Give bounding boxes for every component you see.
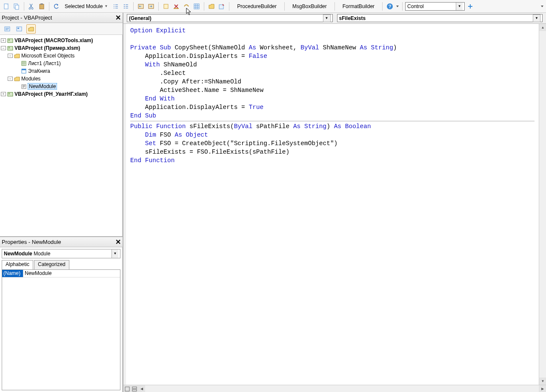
code-area: (General) ▼ sFileExists ▼ Option Explici… bbox=[123, 13, 546, 392]
grid-icon[interactable] bbox=[192, 2, 201, 11]
left-column: Project - VBAProject ✕ + VBAProject (MAC… bbox=[0, 13, 123, 392]
list-num-icon[interactable] bbox=[111, 2, 120, 11]
collapse-icon[interactable]: − bbox=[8, 54, 13, 58]
export-icon[interactable] bbox=[217, 2, 226, 11]
svg-rect-14 bbox=[194, 4, 199, 9]
tree-workbook[interactable]: ЭтаКнига bbox=[1, 67, 121, 75]
property-row[interactable]: (Name) NewModule bbox=[2, 270, 120, 278]
help-icon[interactable]: ? bbox=[385, 2, 394, 11]
scroll-left-icon[interactable]: ◀ bbox=[138, 385, 145, 392]
copy-icon[interactable] bbox=[12, 2, 21, 11]
properties-panel: Properties - NewModule ✕ NewModule Modul… bbox=[0, 236, 123, 392]
property-value[interactable]: NewModule bbox=[23, 270, 120, 277]
module-icon bbox=[20, 83, 27, 89]
paste-icon[interactable] bbox=[37, 2, 46, 11]
add-icon[interactable] bbox=[466, 2, 475, 11]
separator bbox=[284, 2, 285, 11]
svg-rect-5 bbox=[40, 4, 44, 9]
expand-icon[interactable]: + bbox=[1, 92, 6, 96]
property-name: (Name) bbox=[2, 270, 23, 277]
tree-folder-modules[interactable]: − Modules bbox=[1, 75, 121, 83]
code-editor[interactable]: Option Explicit Private Sub CopySheet(Sh… bbox=[123, 24, 546, 392]
svg-text:?: ? bbox=[389, 4, 392, 9]
svg-rect-6 bbox=[40, 3, 43, 5]
view-code-icon[interactable] bbox=[3, 24, 12, 34]
close-icon[interactable]: ✕ bbox=[113, 13, 123, 23]
separator bbox=[158, 2, 159, 11]
expand-icon[interactable]: + bbox=[1, 38, 6, 43]
msgbox-builder-button[interactable]: MsgBoxBuilder bbox=[287, 1, 332, 12]
svg-point-8 bbox=[124, 6, 125, 7]
list-bullet-icon[interactable] bbox=[121, 2, 131, 11]
svg-rect-22 bbox=[8, 46, 13, 50]
object-combo[interactable]: (General) ▼ bbox=[127, 14, 333, 22]
toggle-folders-icon[interactable] bbox=[26, 24, 36, 34]
bookmark-icon[interactable] bbox=[161, 2, 171, 11]
tree-folder-objects[interactable]: − Microsoft Excel Objects bbox=[1, 52, 121, 60]
tool-arrow-icon[interactable] bbox=[182, 2, 191, 11]
scope-dropdown[interactable]: Selected Module ▼ bbox=[62, 2, 110, 11]
svg-rect-21 bbox=[8, 39, 13, 43]
control-combo[interactable]: Control ▼ bbox=[405, 2, 465, 11]
tab-alphabetic[interactable]: Alphabetic bbox=[2, 260, 33, 269]
indent-left-icon[interactable] bbox=[136, 2, 146, 11]
procedure-combo[interactable]: sFileExists ▼ bbox=[337, 14, 543, 22]
scroll-right-icon[interactable]: ▶ bbox=[539, 385, 546, 392]
format-builder-button[interactable]: FormatBuilder bbox=[337, 1, 380, 12]
separator bbox=[49, 2, 49, 11]
code-content[interactable]: Option Explicit Private Sub CopySheet(Sh… bbox=[123, 24, 539, 385]
view-object-icon[interactable] bbox=[14, 24, 24, 34]
svg-rect-27 bbox=[8, 92, 13, 96]
tree-sheet[interactable]: Лист1 (Лист1) bbox=[1, 60, 121, 67]
project-panel-title: Project - VBAProject bbox=[2, 14, 52, 21]
tab-categorized[interactable]: Categorized bbox=[34, 260, 69, 269]
project-icon bbox=[7, 91, 14, 97]
chevron-down-icon: ▼ bbox=[111, 249, 118, 258]
folder-icon bbox=[14, 76, 20, 81]
undo-icon[interactable] bbox=[52, 2, 61, 11]
cut-icon[interactable] bbox=[27, 2, 36, 11]
view-proc-icon[interactable] bbox=[131, 385, 138, 392]
svg-point-9 bbox=[124, 8, 125, 9]
properties-panel-title: Properties - NewModule bbox=[2, 239, 61, 245]
svg-rect-29 bbox=[132, 387, 137, 389]
tree-module[interactable]: NewModule bbox=[1, 83, 121, 90]
tree-project-2[interactable]: − VBAProject (Пример.xlsm) bbox=[1, 44, 121, 52]
vertical-scrollbar[interactable]: ▲ ▼ bbox=[539, 24, 546, 385]
separator bbox=[334, 2, 335, 11]
view-full-icon[interactable] bbox=[123, 385, 131, 392]
collapse-icon[interactable]: − bbox=[1, 46, 6, 50]
tree-project-1[interactable]: + VBAProject (MACROTools.xlam) bbox=[1, 37, 121, 44]
properties-object-combo[interactable]: NewModule Module ▼ bbox=[2, 249, 120, 258]
main-toolbar: Selected Module ▼ ProcedureBuilder MsgBo… bbox=[0, 0, 546, 13]
tree-project-3[interactable]: + VBAProject (РН_УватНГ.xlam) bbox=[1, 90, 121, 98]
chevron-down-icon: ▼ bbox=[323, 14, 331, 22]
properties-tabs: Alphabetic Categorized bbox=[0, 260, 122, 269]
separator bbox=[24, 2, 24, 11]
overflow-end-icon[interactable] bbox=[540, 2, 544, 11]
svg-rect-30 bbox=[132, 389, 137, 391]
scroll-down-icon[interactable]: ▼ bbox=[539, 378, 546, 385]
scroll-up-icon[interactable]: ▲ bbox=[539, 24, 546, 31]
code-combos: (General) ▼ sFileExists ▼ bbox=[123, 13, 546, 24]
collapse-icon[interactable]: − bbox=[8, 77, 13, 81]
horizontal-scrollbar[interactable]: ◀ ▶ bbox=[123, 385, 546, 392]
svg-rect-25 bbox=[22, 69, 26, 70]
svg-rect-23 bbox=[22, 61, 26, 66]
separator bbox=[204, 2, 204, 11]
svg-rect-13 bbox=[174, 8, 179, 9]
project-icon bbox=[7, 45, 14, 51]
close-icon[interactable]: ✕ bbox=[113, 237, 123, 247]
indent-right-icon[interactable] bbox=[146, 2, 156, 11]
procedure-builder-button[interactable]: ProcedureBuilder bbox=[232, 1, 282, 12]
properties-grid[interactable]: (Name) NewModule bbox=[2, 269, 120, 390]
overflow-icon[interactable] bbox=[395, 2, 400, 11]
svg-point-7 bbox=[124, 4, 125, 5]
new-icon[interactable] bbox=[2, 2, 11, 11]
project-tree[interactable]: + VBAProject (MACROTools.xlam) − VBAProj… bbox=[0, 35, 123, 236]
svg-rect-20 bbox=[17, 28, 19, 29]
tool-x-icon[interactable] bbox=[172, 2, 181, 11]
folder-icon[interactable] bbox=[207, 2, 216, 11]
separator bbox=[402, 2, 403, 11]
separator bbox=[133, 2, 134, 11]
